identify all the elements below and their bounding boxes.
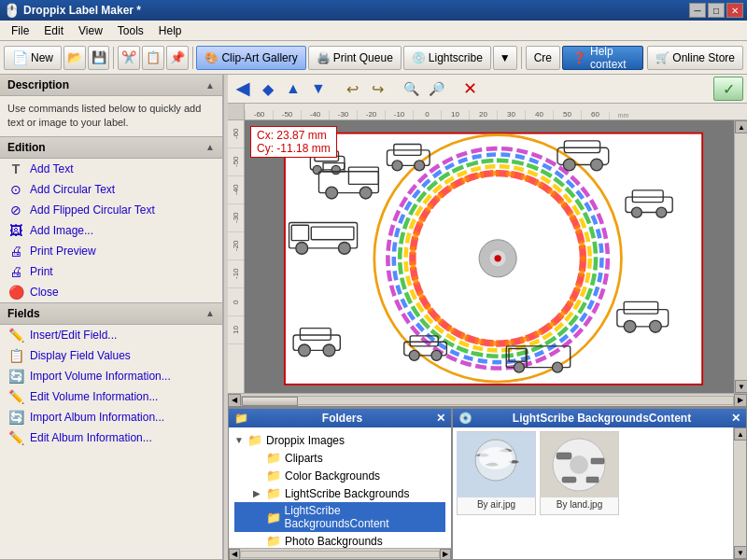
description-title: Description (7, 78, 69, 91)
svg-point-60 (570, 455, 588, 474)
description-collapse-icon[interactable]: ▲ (205, 80, 215, 91)
scroll-left-button[interactable]: ◀ (228, 394, 241, 407)
fields-collapse-icon[interactable]: ▲ (205, 308, 215, 318)
edit-volume-item[interactable]: ✏️ Edit Volume Information... (0, 386, 222, 407)
edition-collapse-icon[interactable]: ▲ (205, 142, 215, 152)
maximize-button[interactable]: □ (708, 3, 725, 18)
edit-album-item[interactable]: ✏️ Edit Album Information... (0, 427, 222, 448)
folders-close-button[interactable]: ✕ (436, 412, 445, 425)
menu-view[interactable]: View (71, 22, 110, 39)
scroll-down-button[interactable]: ▼ (735, 380, 747, 393)
new-button[interactable]: 📄 New (4, 46, 62, 70)
nav-diamond-button[interactable]: ◆ (257, 78, 279, 99)
nav-up-button[interactable]: ▲ (282, 78, 304, 99)
display-field-item[interactable]: 📋 Display Field Values (0, 345, 222, 366)
svg-point-19 (415, 161, 425, 171)
description-section: Description ▲ Use commands listed below … (0, 75, 222, 137)
online-store-button[interactable]: 🛒 Online Store (647, 46, 743, 70)
add-text-item[interactable]: T Add Text (0, 159, 222, 179)
coordinates-display: Cx: 23.87 mmCy: -11.18 mm (250, 126, 337, 158)
gallery-grid: By air.jpg (453, 427, 733, 559)
save-button[interactable]: 💾 (88, 46, 110, 70)
close-button[interactable]: ✕ (726, 3, 743, 18)
gallery-item-land[interactable]: By land.jpg (540, 431, 619, 515)
add-circular-text-item[interactable]: ⊙ Add Circular Text (0, 179, 222, 200)
create-button[interactable]: Cre (526, 46, 560, 70)
insert-field-label: Insert/Edit Field... (30, 329, 117, 342)
svg-point-57 (479, 447, 513, 469)
copy-button[interactable]: 📋 (142, 46, 164, 70)
gallery-scroll-down[interactable]: ▼ (734, 546, 746, 559)
add-flipped-text-item[interactable]: ⊘ Add Flipped Circular Text (0, 200, 222, 220)
paste-button[interactable]: 📌 (166, 46, 189, 70)
folders-scroll-left[interactable]: ◀ (229, 549, 240, 560)
tree-item-color-bg[interactable]: 📁 Color Backgrounds (234, 467, 445, 484)
svg-rect-64 (586, 477, 599, 483)
edit-album-label: Edit Album Information... (30, 431, 152, 444)
nav-down-button[interactable]: ▼ (307, 78, 330, 99)
cut-button[interactable]: ✂️ (118, 46, 140, 70)
print-item[interactable]: 🖨 Print (0, 261, 222, 282)
new-icon: 📄 (12, 50, 28, 65)
print-queue-tab[interactable]: 🖨️ Print Queue (308, 46, 402, 70)
disc-canvas[interactable]: Cx: 23.87 mmCy: -11.18 mm (245, 120, 734, 393)
h-scroll-thumb[interactable] (242, 397, 298, 406)
scroll-track[interactable] (735, 133, 747, 380)
scroll-right-button[interactable]: ▶ (734, 394, 747, 407)
delete-button[interactable]: ✕ (458, 78, 481, 99)
help-button[interactable]: ❓ Help context (562, 46, 643, 70)
folders-icon: 📁 (234, 412, 248, 425)
menu-tools[interactable]: Tools (110, 22, 151, 39)
folders-scroll-track[interactable] (240, 551, 440, 558)
redo-button[interactable]: ↪ (366, 78, 388, 99)
open-button[interactable]: 📂 (63, 46, 86, 70)
import-album-item[interactable]: 🔄 Import Album Information... (0, 407, 222, 427)
disc-illustration (245, 120, 734, 393)
close-item[interactable]: 🔴 Close (0, 282, 222, 302)
print-label: Print (30, 265, 53, 278)
h-scroll-track[interactable] (241, 396, 734, 405)
gallery-scroll-track[interactable] (734, 441, 746, 546)
folders-h-scroll: ◀ ▶ (229, 548, 451, 559)
minimize-button[interactable]: ─ (689, 3, 706, 18)
tree-label: Cliparts (285, 452, 323, 465)
print-preview-item[interactable]: 🖨 Print Preview (0, 241, 222, 261)
sidebar: Description ▲ Use commands listed below … (0, 75, 224, 560)
tree-item-cliparts[interactable]: 📁 Cliparts (234, 449, 445, 467)
zoom-button[interactable]: 🔍 (400, 78, 422, 99)
lightscribe-tab[interactable]: 💿 Lightscribe (403, 46, 491, 70)
folders-title-label: Folders (322, 412, 362, 425)
gallery-item-land-label: By land.jpg (555, 497, 604, 511)
insert-field-item[interactable]: ✏️ Insert/Edit Field... (0, 325, 222, 345)
zoom-out-button[interactable]: 🔎 (425, 78, 447, 99)
gallery-close-button[interactable]: ✕ (731, 412, 740, 425)
tree-item-ls-content[interactable]: 📁 LightScribe BackgroundsContent (234, 502, 445, 532)
menu-file[interactable]: File (4, 22, 36, 39)
close-label: Close (30, 286, 59, 299)
import-volume-item[interactable]: 🔄 Import Volume Information... (0, 366, 222, 386)
svg-point-31 (299, 344, 311, 357)
check-button[interactable]: ✓ (713, 77, 743, 101)
tree-item-photo-bg[interactable]: 📁 Photo Backgrounds (234, 532, 445, 548)
menu-help[interactable]: Help (151, 22, 190, 39)
tree-item-ls-bg[interactable]: ▶ 📁 LightScribe Backgrounds (234, 484, 445, 502)
lightscribe-dropdown[interactable]: ▼ (493, 46, 517, 70)
import-album-icon: 🔄 (7, 410, 24, 425)
tree-item-droppix[interactable]: ▼ 📁 Droppix Images (234, 431, 445, 449)
scroll-up-button[interactable]: ▲ (735, 120, 747, 133)
ruler-mark: -20 (357, 110, 385, 119)
ruler-v-mark: -40 (228, 176, 244, 204)
folders-panel-content: ▼ 📁 Droppix Images 📁 Cliparts (229, 427, 451, 559)
gallery-item-air[interactable]: By air.jpg (457, 431, 536, 515)
menu-edit[interactable]: Edit (36, 22, 71, 39)
add-image-label: Add Image... (30, 224, 93, 237)
add-text-label: Add Text (30, 162, 73, 175)
nav-left-button[interactable]: ◀ (232, 78, 254, 99)
clipart-gallery-tab[interactable]: 🎨 Clip-Art Gallery (196, 46, 305, 70)
folders-scroll-right[interactable]: ▶ (440, 549, 451, 560)
gallery-scroll-up[interactable]: ▲ (734, 427, 746, 441)
edit-volume-label: Edit Volume Information... (30, 390, 158, 403)
description-content: Use commands listed below to quickly add… (0, 96, 222, 136)
add-image-item[interactable]: 🖼 Add Image... (0, 220, 222, 241)
undo-button[interactable]: ↩ (341, 78, 363, 99)
